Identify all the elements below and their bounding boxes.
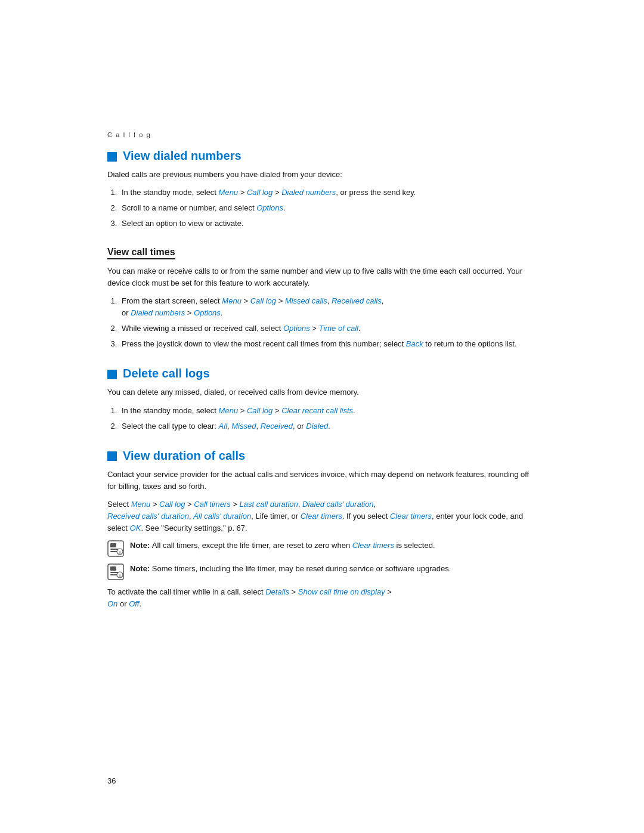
section-delete-call-logs: Delete call logs You can delete any miss… [107,367,537,432]
dialed-numbers-link-2[interactable]: Dialed numbers [131,308,185,317]
view-call-times-heading: View call times [107,247,537,259]
blue-square-icon [107,152,117,162]
received-calls-link[interactable]: Received calls [332,296,382,305]
note-text-2: Note: Some timers, including the life ti… [130,563,451,575]
view-duration-intro: Contact your service provider for the ac… [107,469,537,493]
page-container: C a l l l o g View dialed numbers Dialed… [0,0,644,833]
view-call-times-steps: From the start screen, select Menu > Cal… [119,295,537,351]
blue-square-icon-2 [107,370,117,379]
delete-call-logs-title: Delete call logs [123,367,210,380]
options-link-3[interactable]: Options [283,324,310,333]
menu-link-4[interactable]: Menu [131,500,151,509]
call-timers-link[interactable]: Call timers [194,500,230,509]
view-call-times-title: View call times [107,247,175,259]
note-block-1: i Note: All call timers, except the life… [107,540,537,557]
note-bold-1: Note: [130,541,152,550]
call-log-link-3[interactable]: Call log [247,406,273,415]
note-icon-1: i [107,540,124,557]
activate-text: To activate the call timer while in a ca… [107,586,537,610]
last-call-duration-link[interactable]: Last call duration [240,500,298,509]
dialed-calls-duration-link[interactable]: Dialed calls' duration [302,500,374,509]
section-view-dialed: View dialed numbers Dialed calls are pre… [107,149,537,230]
off-link[interactable]: Off [129,599,139,608]
delete-call-logs-heading: Delete call logs [107,367,537,380]
on-link[interactable]: On [107,599,117,608]
clear-timers-note-link[interactable]: Clear timers [352,541,394,550]
section-label: C a l l l o g [107,131,537,138]
note-text-1: Note: All call timers, except the life t… [130,540,435,552]
section-view-duration: View duration of calls Contact your serv… [107,449,537,610]
view-duration-select-text: Select Menu > Call log > Call timers > L… [107,498,537,534]
received-calls-duration-link[interactable]: Received calls' duration [107,512,189,521]
menu-link-2[interactable]: Menu [222,296,242,305]
note-block-2: i Note: Some timers, including the life … [107,563,537,580]
page-number: 36 [107,776,116,785]
menu-link[interactable]: Menu [219,188,239,197]
all-link[interactable]: All [219,422,227,431]
show-call-time-link[interactable]: Show call time on display [298,587,385,596]
list-item: Select the call type to clear: All, Miss… [119,420,537,432]
view-dialed-heading: View dialed numbers [107,149,537,163]
received-link[interactable]: Received [261,422,293,431]
list-item: Press the joystick down to view the most… [119,338,537,350]
blue-square-icon-3 [107,451,117,461]
options-link-2[interactable]: Options [194,308,221,317]
list-item: In the standby mode, select Menu > Call … [119,187,537,199]
svg-text:i: i [119,550,120,555]
call-log-link[interactable]: Call log [247,188,273,197]
ok-link[interactable]: OK [130,524,141,532]
delete-call-logs-steps: In the standby mode, select Menu > Call … [119,405,537,432]
section-view-call-times: View call times You can make or receive … [107,247,537,351]
time-of-call-link[interactable]: Time of call [319,324,358,333]
view-dialed-title: View dialed numbers [123,149,242,163]
svg-rect-7 [110,566,116,571]
missed-calls-link[interactable]: Missed calls [285,296,327,305]
dialed-numbers-link[interactable]: Dialed numbers [281,188,336,197]
list-item: Select an option to view or activate. [119,218,537,230]
call-log-link-2[interactable]: Call log [250,296,276,305]
options-link[interactable]: Options [256,203,283,212]
view-duration-heading: View duration of calls [107,449,537,463]
note-icon-2: i [107,563,124,580]
back-link[interactable]: Back [406,339,423,348]
view-duration-title: View duration of calls [123,449,245,463]
clear-timers-link-2[interactable]: Clear timers [390,512,432,521]
delete-call-logs-intro: You can delete any missed, dialed, or re… [107,386,537,398]
svg-text:i: i [119,573,120,578]
clear-timers-link[interactable]: Clear timers [301,512,342,521]
all-calls-duration-link[interactable]: All calls' duration [193,512,251,521]
view-call-times-intro: You can make or receive calls to or from… [107,265,537,289]
list-item: In the standby mode, select Menu > Call … [119,405,537,417]
view-dialed-intro: Dialed calls are previous numbers you ha… [107,169,537,181]
menu-link-3[interactable]: Menu [219,406,239,415]
svg-rect-1 [110,543,116,547]
list-item: While viewing a missed or received call,… [119,323,537,335]
note-bold-2: Note: [130,564,152,573]
details-link[interactable]: Details [265,587,289,596]
clear-recent-link[interactable]: Clear recent call lists [281,406,353,415]
list-item: From the start screen, select Menu > Cal… [119,295,537,319]
dialed-link[interactable]: Dialed [306,422,328,431]
view-dialed-steps: In the standby mode, select Menu > Call … [119,187,537,230]
list-item: Scroll to a name or number, and select O… [119,202,537,214]
missed-link[interactable]: Missed [231,422,256,431]
call-log-link-4[interactable]: Call log [159,500,185,509]
